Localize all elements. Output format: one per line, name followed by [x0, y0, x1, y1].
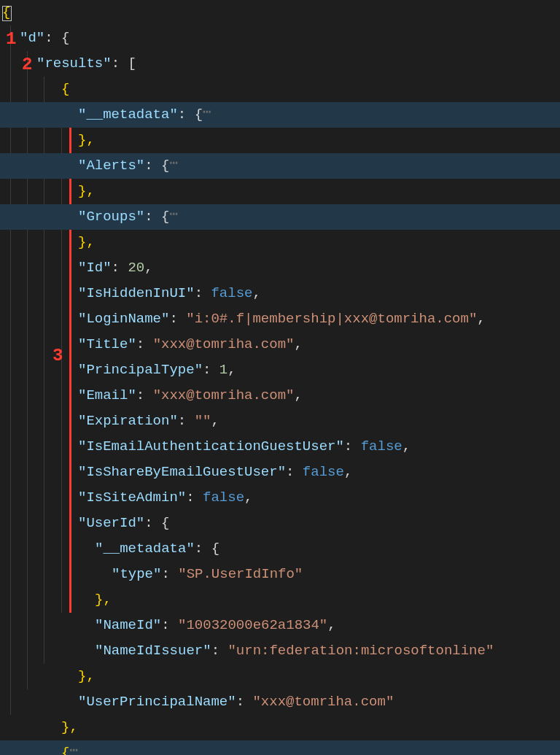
code-line[interactable]: "results": [	[0, 51, 560, 77]
code-line[interactable]: "__metadata": {	[0, 536, 560, 562]
fold-ellipsis-icon[interactable]: ⋯	[169, 155, 177, 171]
code-line[interactable]: },	[0, 587, 560, 613]
code-line[interactable]: "__metadata": {⋯	[0, 102, 560, 128]
code-line[interactable]: },	[0, 128, 560, 153]
fold-ellipsis-icon[interactable]: ⋯	[169, 206, 177, 222]
code-line[interactable]: "UserPrincipalName": "xxx@tomriha.com"	[0, 689, 560, 715]
code-line[interactable]: "NameIdIssuer": "urn:federation:microsof…	[0, 638, 560, 664]
code-line[interactable]: },	[0, 664, 560, 689]
code-line[interactable]: },	[0, 715, 560, 740]
code-line[interactable]: {	[0, 77, 560, 102]
code-line[interactable]: "IsSiteAdmin": false,	[0, 485, 560, 511]
code-line[interactable]: "UserId": {	[0, 511, 560, 536]
fold-ellipsis-icon[interactable]: ⋯	[203, 104, 211, 120]
code-line[interactable]: },	[0, 179, 560, 204]
code-line[interactable]: "PrincipalType": 1,	[0, 357, 560, 383]
fold-ellipsis-icon[interactable]: ⋯	[69, 743, 77, 755]
code-editor[interactable]: 1 2 3 { "d": { "results": [ { "__metadat…	[0, 0, 560, 755]
code-line[interactable]: "NameId": "10032000e62a1834",	[0, 613, 560, 638]
code-line[interactable]: "Title": "xxx@tomriha.com",	[0, 332, 560, 357]
code-line[interactable]: {	[0, 0, 560, 26]
code-line[interactable]: "IsEmailAuthenticationGuestUser": false,	[0, 434, 560, 460]
code-line[interactable]: "Alerts": {⋯	[0, 153, 560, 179]
code-line[interactable]: "Expiration": "",	[0, 409, 560, 434]
code-line[interactable]: },	[0, 230, 560, 255]
code-line[interactable]: {⋯	[0, 740, 560, 755]
code-line[interactable]: "Groups": {⋯	[0, 204, 560, 230]
code-line[interactable]: "Email": "xxx@tomriha.com",	[0, 383, 560, 409]
code-line[interactable]: "IsShareByEmailGuestUser": false,	[0, 460, 560, 485]
code-line[interactable]: "IsHiddenInUI": false,	[0, 281, 560, 306]
code-line[interactable]: "Id": 20,	[0, 255, 560, 281]
code-line[interactable]: "d": {	[0, 26, 560, 51]
code-line[interactable]: "type": "SP.UserIdInfo"	[0, 562, 560, 587]
code-line[interactable]: "LoginName": "i:0#.f|membership|xxx@tomr…	[0, 306, 560, 332]
